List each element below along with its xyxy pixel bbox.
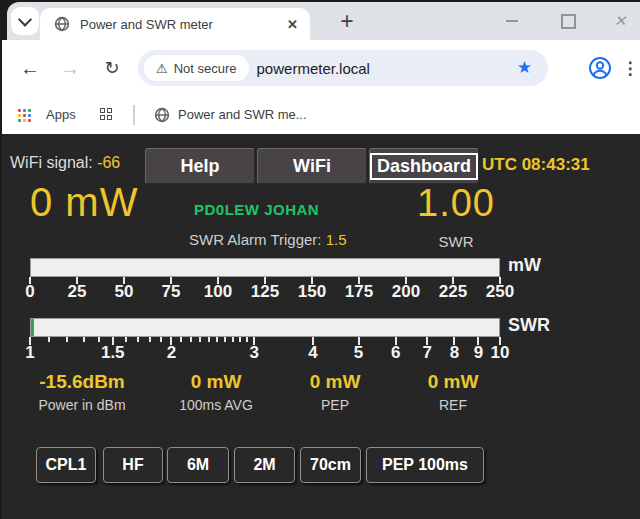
- meter-tick: [149, 337, 151, 342]
- profile-avatar-icon[interactable]: [588, 56, 612, 80]
- apps-grid-icon: [18, 109, 31, 122]
- swr-alarm-row: SWR Alarm Trigger: 1.5: [189, 231, 347, 248]
- bookmark-title: Power and SWR me...: [178, 107, 307, 122]
- tab-search-button[interactable]: [11, 7, 39, 35]
- callsign: PD0LEW JOHAN: [194, 201, 319, 218]
- bookmark-star-icon[interactable]: ★: [517, 57, 532, 78]
- meter-tick: [98, 337, 100, 342]
- meter-tick-label: 75: [162, 282, 181, 302]
- meter-tick-label: 175: [345, 282, 373, 302]
- hf-button[interactable]: HF: [103, 447, 163, 483]
- cpl1-button[interactable]: CPL1: [36, 447, 96, 483]
- wifi-signal-row: WiFi signal: -66: [10, 154, 120, 172]
- wifi-signal-label: WiFi signal:: [10, 154, 93, 171]
- dashboard-button-label: Dashboard: [370, 153, 478, 180]
- meter-tick-label: 1: [25, 343, 34, 363]
- meter-tick-label: 7: [422, 343, 431, 363]
- wifi-button[interactable]: WiFi: [257, 148, 367, 184]
- meter-tick-label: 3: [250, 343, 259, 363]
- chevron-down-icon: [18, 13, 32, 27]
- swr-alarm-label: SWR Alarm Trigger:: [189, 231, 322, 248]
- window-close-button[interactable]: ✕: [605, 2, 635, 40]
- meter-tick: [216, 337, 218, 342]
- apps-label: Apps: [46, 107, 76, 122]
- browser-menu-icon[interactable]: ⋮: [622, 54, 638, 82]
- 6m-button[interactable]: 6M: [167, 447, 229, 483]
- new-tab-button[interactable]: +: [333, 7, 361, 35]
- forward-button[interactable]: →: [56, 54, 84, 82]
- minimize-icon: [506, 20, 518, 22]
- pep-100ms-button[interactable]: PEP 100ms: [366, 447, 484, 483]
- meter-tick-label: 6: [391, 343, 400, 363]
- swr-caption: SWR: [398, 233, 514, 250]
- 2m-button[interactable]: 2M: [234, 447, 295, 483]
- dashboard-button[interactable]: Dashboard: [369, 148, 479, 184]
- power-meter-unit: mW: [508, 255, 541, 276]
- readout-pep: 0 mW PEP: [275, 371, 395, 413]
- meter-tick-label: 4: [308, 343, 317, 363]
- window-maximize-button[interactable]: [553, 2, 583, 40]
- reload-button[interactable]: ↻: [98, 54, 126, 82]
- globe-favicon-icon: [54, 16, 70, 32]
- swr-value: 1.00: [398, 182, 514, 225]
- warning-triangle-icon: ⚠: [156, 62, 168, 75]
- meter-tick-label: 150: [298, 282, 326, 302]
- meter-tick: [125, 337, 127, 342]
- meter-tick: [208, 337, 210, 342]
- bookmarks-bar: Apps Power and SWR me...: [2, 96, 640, 134]
- readout-value: 0 mW: [156, 371, 276, 393]
- help-button[interactable]: Help: [145, 148, 255, 184]
- tab-title: Power and SWR meter: [80, 17, 213, 32]
- utc-clock: UTC 08:43:31: [482, 155, 590, 175]
- meter-tick: [232, 337, 234, 342]
- readout-ref: 0 mW REF: [393, 371, 513, 413]
- tab-close-icon[interactable]: ✕: [287, 17, 298, 32]
- meter-tick: [137, 337, 139, 342]
- meter-tick-label: 8: [450, 343, 459, 363]
- browser-tab[interactable]: Power and SWR meter ✕: [40, 8, 310, 40]
- meter-tick: [180, 337, 182, 342]
- meter-tick: [199, 337, 201, 342]
- security-chip-label: Not secure: [174, 61, 237, 76]
- swr-meter-unit: SWR: [508, 315, 550, 336]
- close-icon: ✕: [614, 12, 627, 30]
- meter-tick: [239, 337, 241, 342]
- readout-label: REF: [393, 397, 513, 413]
- meter-tick-label: 5: [354, 343, 363, 363]
- meter-tick-label: 1.5: [101, 343, 125, 363]
- security-chip[interactable]: ⚠ Not secure: [144, 55, 249, 81]
- tab-strip: Power and SWR meter ✕ + ✕: [7, 2, 640, 40]
- browser-window: Power and SWR meter ✕ + ✕ ← → ↻ ⚠ Not se…: [0, 0, 640, 519]
- power-value: 0 mW: [30, 180, 138, 225]
- 70cm-button[interactable]: 70cm: [300, 447, 361, 483]
- readout-label: 100ms AVG: [156, 397, 276, 413]
- readout-value: -15.6dBm: [22, 371, 142, 393]
- window-minimize-button[interactable]: [497, 2, 527, 40]
- back-button[interactable]: ←: [16, 54, 44, 82]
- meter-tick-label: 50: [115, 282, 134, 302]
- readout-value: 0 mW: [275, 371, 395, 393]
- tab-groups-icon[interactable]: [100, 108, 114, 122]
- swr-meter-bar: [30, 318, 500, 337]
- readout-value: 0 mW: [393, 371, 513, 393]
- swr-alarm-value: 1.5: [326, 231, 347, 248]
- meter-tick-label: 9: [474, 343, 483, 363]
- meter-tick: [66, 337, 68, 342]
- meter-tick-label: 100: [204, 282, 232, 302]
- meter-tick-label: 25: [68, 282, 87, 302]
- readout-label: Power in dBm: [22, 397, 142, 413]
- wifi-signal-value: -66: [97, 154, 120, 171]
- url-text: powermeter.local: [257, 60, 370, 77]
- swr-meter-value-fill: [31, 319, 34, 336]
- meter-tick-label: 10: [491, 343, 510, 363]
- browser-toolbar: ← → ↻ ⚠ Not secure powermeter.local ★ ⋮: [2, 40, 640, 96]
- meter-tick-label: 0: [25, 282, 34, 302]
- page-content: WiFi signal: -66 Help WiFi Dashboard UTC…: [2, 134, 640, 519]
- maximize-icon: [561, 14, 576, 29]
- url-bar[interactable]: ⚠ Not secure powermeter.local ★: [138, 50, 548, 86]
- meter-tick-label: 200: [392, 282, 420, 302]
- meter-tick: [160, 337, 162, 342]
- meter-tick-label: 225: [439, 282, 467, 302]
- bookmarks-separator: [133, 105, 135, 125]
- meter-tick: [83, 337, 85, 342]
